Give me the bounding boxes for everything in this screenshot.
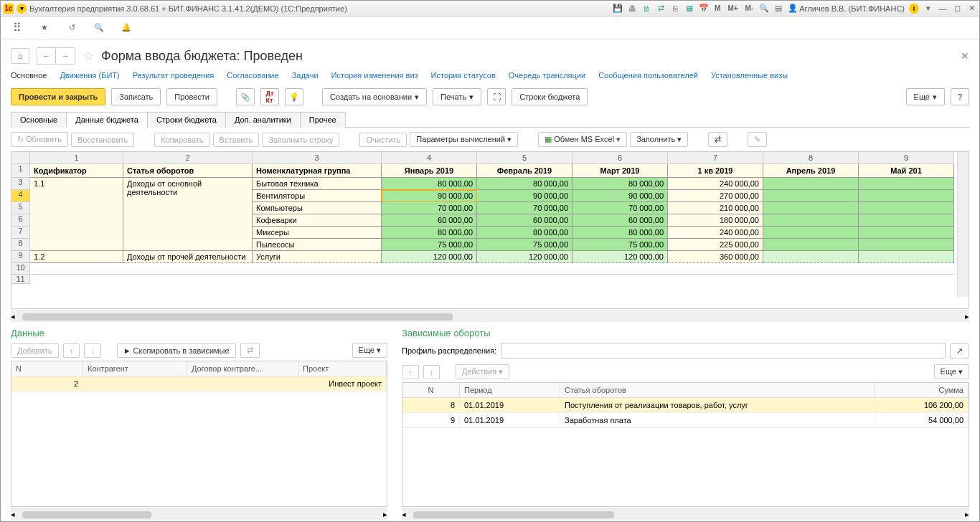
expand-icon[interactable]: ⛶: [487, 88, 506, 105]
fill-button[interactable]: Заполнить ▾: [630, 132, 688, 147]
star-icon[interactable]: ☆: [83, 48, 94, 64]
data-panel-title: Данные: [11, 326, 387, 340]
titlebar: 1c ▾ Бухгалтерия предприятия 3.0.68.61 +…: [1, 1, 979, 16]
budget-rows-button[interactable]: Строки бюджета: [512, 88, 588, 105]
tab-posting-result[interactable]: Результат проведения: [133, 71, 215, 80]
vertical-scrollbar[interactable]: [957, 152, 969, 297]
excel-button[interactable]: ▦ Обмен MS Excel ▾: [538, 132, 627, 147]
post-and-close-button[interactable]: Провести и закрыть: [11, 88, 105, 105]
fill-row-button[interactable]: Заполнить строку: [262, 133, 339, 147]
paste-button[interactable]: Вставить: [213, 133, 260, 147]
post-button[interactable]: Провести: [166, 88, 217, 105]
more-button[interactable]: Еще ▾: [906, 88, 945, 105]
bell-icon[interactable]: 🔔: [120, 22, 133, 34]
user-label[interactable]: 👤 Агличев В.В. (БИТ.ФИНАНС): [788, 4, 905, 13]
down-icon[interactable]: ↓: [84, 343, 101, 358]
copy-to-deps-button[interactable]: ► Скопировать в зависимые: [117, 343, 236, 358]
more-right-button[interactable]: Еще ▾: [934, 364, 969, 379]
horizontal-scrollbar-right[interactable]: ◂▸: [402, 508, 969, 520]
save-icon[interactable]: 💾: [613, 4, 623, 14]
bulb-icon[interactable]: 💡: [285, 88, 303, 105]
info-dropdown[interactable]: ▾: [923, 4, 933, 14]
tab-movements[interactable]: Движения (БИТ): [60, 71, 119, 80]
data-list[interactable]: N Контрагент Договор контраге... Проект …: [11, 361, 387, 507]
m-plus-button[interactable]: М+: [726, 4, 739, 12]
close-icon[interactable]: ✕: [961, 50, 969, 62]
doc-icon[interactable]: 🗎: [641, 4, 651, 14]
add-button[interactable]: Добавить: [11, 343, 59, 358]
article-cell[interactable]: Доходы от основной деятельности: [123, 178, 253, 251]
swap-icon-2[interactable]: ⇄: [240, 343, 260, 358]
profile-input[interactable]: [501, 343, 946, 359]
copy-button[interactable]: Копировать: [154, 133, 209, 147]
tab-approval[interactable]: Согласование: [227, 71, 278, 80]
profile-label: Профиль распределения:: [402, 346, 496, 355]
deps-list[interactable]: N Период Статья оборотов Сумма 8 01.01.2…: [402, 382, 969, 507]
tab-set-visas[interactable]: Установленные визы: [711, 71, 788, 80]
minimize-icon[interactable]: —: [938, 4, 948, 14]
deps-panel-title: Зависимые обороты: [402, 326, 969, 340]
main-toolbar: ⠿ ★ ↺ 🔍 🔔: [1, 16, 979, 39]
tab-main[interactable]: Основное: [11, 71, 47, 80]
tab-tasks[interactable]: Задачи: [292, 71, 319, 80]
history-icon[interactable]: ↺: [65, 22, 78, 34]
compare-icon[interactable]: ⇄: [656, 4, 666, 14]
close-window-icon[interactable]: ✕: [966, 4, 976, 14]
code-cell[interactable]: 1.1: [30, 178, 123, 251]
back-button[interactable]: ←: [37, 48, 56, 64]
forward-button[interactable]: →: [56, 48, 75, 64]
list-row[interactable]: 2 Инвест проект: [11, 376, 387, 392]
favorite-icon[interactable]: ★: [38, 22, 51, 34]
tab-budget-rows[interactable]: Строки бюджета: [147, 112, 226, 128]
up2-icon[interactable]: ↑: [402, 365, 419, 379]
nav-icon[interactable]: ▤: [773, 4, 783, 14]
tab-budget-data[interactable]: Данные бюджета: [66, 112, 148, 128]
print-button[interactable]: Печать ▾: [433, 88, 481, 105]
tab-basic[interactable]: Основные: [11, 112, 67, 128]
create-based-button[interactable]: Создать на основании ▾: [322, 88, 427, 105]
m-minus-button[interactable]: М-: [744, 4, 755, 12]
data-tabs: Основные Данные бюджета Строки бюджета Д…: [11, 111, 969, 128]
write-button[interactable]: Записать: [111, 88, 161, 105]
selected-cell[interactable]: 90 000,00: [382, 190, 477, 202]
print-icon[interactable]: 🖶: [627, 4, 637, 14]
home-button[interactable]: ⌂: [11, 48, 29, 64]
tab-other[interactable]: Прочее: [300, 112, 346, 128]
copy-icon[interactable]: ⎘: [670, 4, 680, 14]
calc-params-button[interactable]: Параметры вычислений ▾: [410, 132, 518, 147]
tab-visa-history[interactable]: История изменения виз: [331, 71, 418, 80]
search-icon[interactable]: 🔍: [93, 22, 105, 34]
maximize-icon[interactable]: ◻: [952, 4, 962, 14]
restore-button[interactable]: Восстановить: [71, 133, 134, 147]
budget-grid[interactable]: 1 2 3 4 5 6 7 8 9 1 Кодификатор Статья о…: [11, 151, 969, 309]
info-icon[interactable]: i: [909, 4, 919, 14]
open-profile-icon[interactable]: ↗: [950, 343, 969, 359]
edit-icon[interactable]: ✎: [748, 132, 767, 147]
tab-user-messages[interactable]: Сообщения пользователей: [598, 71, 698, 80]
up-icon[interactable]: ↑: [63, 343, 80, 358]
dk-icon[interactable]: ДтКт: [260, 88, 279, 105]
more-left-button[interactable]: Еще ▾: [352, 343, 387, 358]
refresh-button[interactable]: ↻ Обновить: [11, 132, 68, 147]
tab-status-history[interactable]: История статусов: [431, 71, 496, 80]
clear-button[interactable]: Очистить: [359, 133, 407, 147]
calendar-icon[interactable]: 📅: [699, 4, 709, 14]
actions-button[interactable]: Действия ▾: [456, 364, 509, 379]
horizontal-scrollbar[interactable]: ◂▸: [11, 310, 969, 322]
tab-broadcast-queue[interactable]: Очередь трансляции: [509, 71, 585, 80]
swap-icon[interactable]: ⇄: [708, 132, 727, 147]
app-menu-dropdown[interactable]: ▾: [17, 4, 27, 14]
apps-icon[interactable]: ⠿: [11, 22, 24, 34]
zoom-icon[interactable]: 🔍: [759, 4, 769, 14]
attach-icon[interactable]: 📎: [236, 88, 255, 105]
window-title: Бухгалтерия предприятия 3.0.68.61 + БИТ.…: [29, 4, 610, 13]
tab-add-analytics[interactable]: Доп. аналитики: [225, 112, 301, 128]
m-button[interactable]: М: [713, 4, 722, 12]
down2-icon[interactable]: ↓: [423, 365, 440, 379]
calc-icon[interactable]: ▦: [684, 4, 694, 14]
list-row[interactable]: 9 01.01.2019 Заработная плата 54 000,00: [402, 413, 969, 428]
horizontal-scrollbar-left[interactable]: ◂▸: [11, 508, 387, 520]
list-row[interactable]: 8 01.01.2019 Поступления от реализации т…: [402, 398, 969, 413]
command-toolbar: Провести и закрыть Записать Провести 📎 Д…: [11, 85, 969, 108]
help-button[interactable]: ?: [951, 88, 969, 105]
